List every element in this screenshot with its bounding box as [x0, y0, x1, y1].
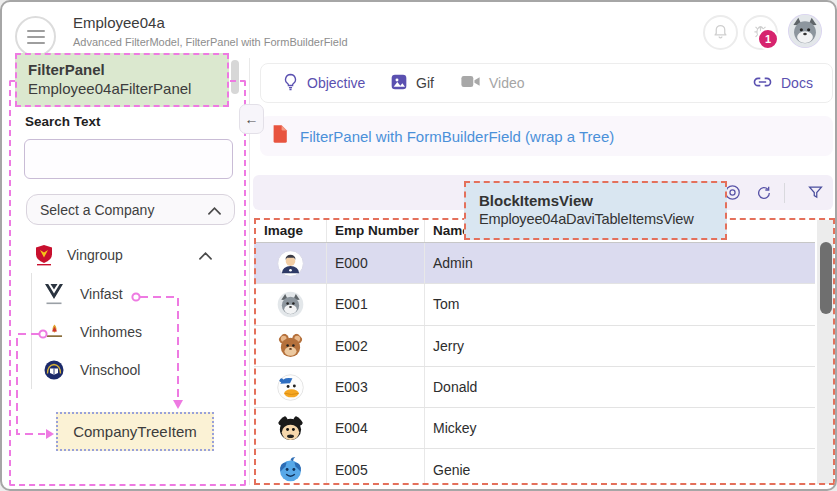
- resource-tabs-bar: Objective Gif Video: [260, 63, 833, 103]
- mickey-avatar: [254, 408, 327, 448]
- filter-panel-annotation: FilterPanel Employee04aFilterPanel: [15, 53, 229, 107]
- filter-icon[interactable]: [803, 181, 827, 205]
- table-row[interactable]: E002Jerry: [254, 326, 815, 367]
- table-row[interactable]: E003Donald: [254, 367, 815, 408]
- page-title: Employee04a: [73, 14, 165, 31]
- tree-item-vingroup[interactable]: Vingroup: [26, 242, 226, 268]
- annotation-title: BlockItemsView: [479, 192, 725, 209]
- tom-cat-avatar-image: [788, 34, 822, 48]
- name-cell: Jerry: [425, 326, 815, 366]
- tree-item-vinfast[interactable]: Vinfast: [43, 275, 223, 313]
- refresh-icon[interactable]: [752, 181, 776, 205]
- company-tree-item-annotation: CompanyTreeItem: [56, 412, 214, 451]
- docs-label: Docs: [781, 75, 813, 91]
- sidebar-scrollbar[interactable]: [231, 60, 239, 94]
- table-row[interactable]: E000Admin: [254, 243, 815, 284]
- tab-label: Gif: [416, 75, 434, 91]
- table-scrollbar[interactable]: [820, 242, 832, 314]
- company-select-value: Select a Company: [40, 202, 154, 218]
- tab-label: Objective: [307, 75, 365, 91]
- lightbulb-icon: [283, 73, 298, 94]
- tree-item-label: Vinfast: [80, 286, 123, 302]
- table-body: E000AdminE001TomE002JerryE003DonaldE004M…: [254, 243, 815, 484]
- emp-number-cell: E005: [327, 449, 425, 484]
- user-avatar[interactable]: [788, 14, 822, 48]
- company-select-dropdown[interactable]: Select a Company: [26, 194, 235, 225]
- arrow-left-icon: ←: [245, 111, 259, 127]
- search-text-label: Search Text: [25, 114, 101, 129]
- hamburger-menu-button[interactable]: [15, 16, 56, 57]
- block-items-view-annotation: BlockItemsView Employee04aDaviTableItems…: [464, 181, 727, 240]
- tree-indent-guide: [31, 273, 32, 389]
- tree-item-vinschool[interactable]: Vinschool: [43, 351, 223, 389]
- vinhomes-logo: [43, 324, 65, 340]
- emp-number-cell: E003: [327, 367, 425, 407]
- example-link-row: FilterPanel with FormBuilderField (wrap …: [260, 116, 833, 156]
- tree-item-label: Vinschool: [80, 362, 140, 378]
- vinfast-logo: [43, 282, 65, 306]
- document-icon: [272, 124, 288, 148]
- vinschool-logo: [43, 360, 65, 380]
- donald-avatar: [254, 367, 327, 407]
- tom-avatar: [254, 284, 327, 324]
- chevron-up-icon: [208, 202, 221, 218]
- emp-number-cell: E002: [327, 326, 425, 366]
- link-icon: [753, 75, 772, 91]
- annotation-title: FilterPanel: [28, 61, 227, 78]
- emp-number-cell: E001: [327, 284, 425, 324]
- tree-item-label: Vingroup: [67, 247, 199, 263]
- name-cell: Genie: [425, 449, 815, 484]
- chevron-up-icon: [199, 246, 212, 264]
- tab-objective[interactable]: Objective: [283, 64, 365, 102]
- notification-count-badge: 1: [757, 28, 779, 50]
- table-row[interactable]: E004Mickey: [254, 408, 815, 449]
- page-subtitle: Advanced FilterModel, FilterPanel with F…: [73, 36, 348, 48]
- column-header-image[interactable]: Image: [254, 219, 327, 242]
- emp-number-cell: E004: [327, 408, 425, 448]
- example-link[interactable]: FilterPanel with FormBuilderField (wrap …: [300, 128, 614, 145]
- table-row[interactable]: E005Genie: [254, 449, 815, 484]
- annotation-subtitle: Employee04aFilterPanel: [28, 80, 227, 97]
- name-cell: Tom: [425, 284, 815, 324]
- annotation-subtitle: Employee04aDaviTableItemsView: [479, 211, 725, 227]
- name-cell: Mickey: [425, 408, 815, 448]
- vingroup-logo: [35, 244, 53, 266]
- tab-gif[interactable]: Gif: [391, 64, 434, 102]
- admin-avatar: [254, 243, 327, 283]
- tree-children: VinfastVinhomesVinschool: [43, 275, 223, 389]
- jerry-avatar: [254, 326, 327, 366]
- notifications-button[interactable]: [703, 15, 738, 50]
- app-window: Employee04a Advanced FilterModel, Filter…: [0, 0, 837, 491]
- collapse-sidebar-button[interactable]: ←: [239, 104, 264, 134]
- toolbar-separator: [784, 183, 785, 203]
- docs-link[interactable]: Docs: [753, 64, 813, 102]
- column-header-emp-number[interactable]: Emp Number: [327, 219, 425, 242]
- employee-table: Image Emp Number Name E000AdminE001TomE0…: [254, 219, 815, 484]
- tab-video[interactable]: Video: [461, 64, 525, 102]
- tree-item-label: Vinhomes: [80, 324, 142, 340]
- table-row[interactable]: E001Tom: [254, 284, 815, 325]
- search-input[interactable]: [24, 139, 233, 179]
- name-cell: Donald: [425, 367, 815, 407]
- emp-number-cell: E000: [327, 243, 425, 283]
- bell-icon: [712, 22, 729, 43]
- tree-item-vinhomes[interactable]: Vinhomes: [43, 313, 223, 351]
- image-icon: [391, 74, 407, 93]
- name-cell: Admin: [425, 243, 815, 283]
- tab-label: Video: [489, 75, 525, 91]
- video-icon: [461, 75, 480, 91]
- genie-avatar: [254, 449, 327, 484]
- annotation-label: CompanyTreeItem: [73, 423, 197, 440]
